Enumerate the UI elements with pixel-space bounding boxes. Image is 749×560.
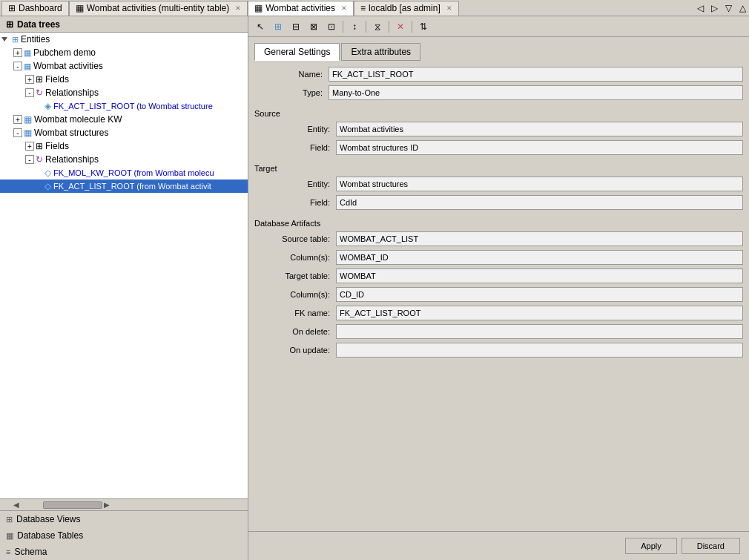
tree-item-wombat-act[interactable]: - ▦ Wombat activities <box>0 59 248 73</box>
discard-button[interactable]: Discard <box>682 538 740 554</box>
expand-tri-down <box>1 37 7 42</box>
tree-item-relationships1[interactable]: - ↻ Relationships <box>0 86 248 99</box>
columns2-input[interactable] <box>336 287 743 302</box>
move-up-button[interactable]: ↕ <box>346 19 363 35</box>
tree-item-wombat-struct[interactable]: - ▦ Wombat structures <box>0 126 248 139</box>
fields1-expander[interactable]: + <box>25 75 34 84</box>
target-subsection: Entity: Field: <box>262 177 743 210</box>
source-table-label: Source table: <box>262 234 336 243</box>
tree-item-fields1[interactable]: + ⊞ Fields <box>0 73 248 86</box>
source-field-input[interactable] <box>336 140 743 155</box>
target-field-input[interactable] <box>336 195 743 210</box>
add-index-button[interactable]: ⊠ <box>306 19 322 35</box>
main-layout: ⊞ Data trees ⊞ Entities + ▦ Pubchem demo… <box>0 16 749 560</box>
on-update-label: On update: <box>262 346 336 355</box>
wombat-mol-expander[interactable]: + <box>13 115 22 124</box>
type-input[interactable] <box>329 85 743 100</box>
tab-localdb[interactable]: ≡ localdb [as admin] ✕ <box>354 1 459 16</box>
target-table-input[interactable] <box>336 269 743 283</box>
tree-item-fields2-label: Fields <box>45 141 69 151</box>
toolbar-sep2 <box>366 21 366 33</box>
fk-name-input[interactable] <box>336 306 743 320</box>
tab-localdb-close[interactable]: ✕ <box>446 4 452 12</box>
rel1-icon: ↻ <box>36 88 43 98</box>
rel2-expander[interactable]: - <box>25 155 34 164</box>
pubchem-icon: ▦ <box>24 48 31 58</box>
source-table-input[interactable] <box>336 231 743 246</box>
form-row-source-field: Field: <box>262 140 743 155</box>
scroll-right-arrow[interactable]: ▶ <box>102 501 111 509</box>
tab-wombat-activities-close[interactable]: ✕ <box>341 4 347 12</box>
rel1-expander[interactable]: - <box>25 88 34 97</box>
add-entity-button[interactable]: ⊞ <box>270 19 286 35</box>
tree-item-fk-mol-kw[interactable]: ◇ FK_MOL_KW_ROOT (from Wombat molecu <box>0 166 248 179</box>
scroll-left-arrow[interactable]: ◀ <box>12 501 21 509</box>
entities-expander[interactable] <box>1 37 12 42</box>
tree-item-fk-act-list2[interactable]: ◇ FK_ACT_LIST_ROOT (from Wombat activit <box>0 179 248 193</box>
form-row-on-update: On update: <box>262 343 743 358</box>
on-delete-input[interactable] <box>336 324 743 339</box>
nav-schema[interactable]: ≡ Schema <box>0 544 248 560</box>
views-icon: ⊞ <box>6 515 13 524</box>
tab-general-settings[interactable]: General Settings <box>254 43 340 61</box>
form-row-on-delete: On delete: <box>262 324 743 339</box>
add-field-button[interactable]: ⊟ <box>288 19 304 35</box>
target-entity-label: Entity: <box>262 179 336 188</box>
fk-name-label: FK name: <box>262 309 336 317</box>
name-input[interactable] <box>329 67 743 82</box>
tree-item-fields1-label: Fields <box>45 74 69 85</box>
rel2-icon: ↻ <box>36 154 43 165</box>
tab-extra-attributes[interactable]: Extra attributes <box>341 43 420 61</box>
toolbar: ↖ ⊞ ⊟ ⊠ ⊡ ↕ ⧖ ✕ ⇅ <box>248 16 749 37</box>
pubchem-expander[interactable]: + <box>13 48 22 57</box>
sync-button[interactable]: ⇅ <box>415 19 432 35</box>
select-mode-button[interactable]: ↖ <box>252 19 268 35</box>
entities-icon: ⊞ <box>12 35 19 45</box>
tree-item-fields2[interactable]: + ⊞ Fields <box>0 139 248 153</box>
nav-database-views[interactable]: ⊞ Database Views <box>0 511 248 527</box>
wombat-mol-icon: ▦ <box>24 114 32 125</box>
tree-item-wombat-struct-label: Wombat structures <box>34 128 108 138</box>
apply-button[interactable]: Apply <box>625 538 677 554</box>
columns2-label: Column(s): <box>262 290 336 299</box>
tree-item-wombat-mol[interactable]: + ▦ Wombat molecule KW <box>0 113 248 126</box>
tree-item-entities[interactable]: ⊞ Entities <box>0 33 248 46</box>
type-label: Type: <box>254 88 329 97</box>
tab-general-label: General Settings <box>264 47 330 57</box>
nav-database-views-label: Database Views <box>16 514 81 524</box>
wombat-struct-expander[interactable]: - <box>13 128 22 137</box>
tree-item-pubchem[interactable]: + ▦ Pubchem demo <box>0 46 248 59</box>
form-row-name: Name: <box>254 67 743 82</box>
scroll-thumb[interactable] <box>43 501 102 509</box>
content-tabs: General Settings Extra attributes <box>254 43 743 61</box>
close-window-icon[interactable]: ▽ <box>722 3 735 13</box>
wombat-act-expander[interactable]: - <box>13 62 22 70</box>
tab-multi-entity[interactable]: ▦ Wombat activities (multi-entity table)… <box>69 1 248 16</box>
tab-multi-entity-close[interactable]: ✕ <box>235 4 241 12</box>
restore-icon[interactable]: ▷ <box>708 3 721 13</box>
tree-item-fk-mol-kw-label: FK_MOL_KW_ROOT (from Wombat molecu <box>53 168 214 177</box>
add-fk-button[interactable]: ⊡ <box>323 19 340 35</box>
tree-item-relationships2[interactable]: - ↻ Relationships <box>0 153 248 166</box>
maximize-icon[interactable]: △ <box>736 3 749 13</box>
nav-database-tables[interactable]: ▦ Database Tables <box>0 527 248 544</box>
tab-wombat-activities[interactable]: ▦ Wombat activities ✕ <box>248 1 354 16</box>
tree-item-fk-act-list[interactable]: ◈ FK_ACT_LIST_ROOT (to Wombat structure <box>0 99 248 113</box>
on-delete-label: On delete: <box>262 327 336 336</box>
tree-container[interactable]: ⊞ Entities + ▦ Pubchem demo - ▦ Wombat a… <box>0 33 248 498</box>
target-entity-input[interactable] <box>336 177 743 191</box>
content-area: General Settings Extra attributes Name: … <box>248 37 749 531</box>
table-icon: ▦ <box>76 3 84 13</box>
on-update-input[interactable] <box>336 343 743 358</box>
fields1-icon: ⊞ <box>36 74 43 85</box>
minimize-icon[interactable]: ◁ <box>694 3 707 13</box>
delete-button[interactable]: ✕ <box>392 19 409 35</box>
filter-button[interactable]: ⧖ <box>369 19 386 35</box>
db-artifacts-subsection: Source table: Column(s): Target table: C… <box>262 231 743 358</box>
fields2-expander[interactable]: + <box>25 142 34 151</box>
source-entity-input[interactable] <box>336 122 743 136</box>
tab-dashboard[interactable]: ⊞ Dashboard <box>1 1 69 16</box>
toolbar-sep4 <box>412 21 412 33</box>
h-scrollbar[interactable]: ◀ ▶ <box>0 498 248 510</box>
columns1-input[interactable] <box>336 250 743 265</box>
